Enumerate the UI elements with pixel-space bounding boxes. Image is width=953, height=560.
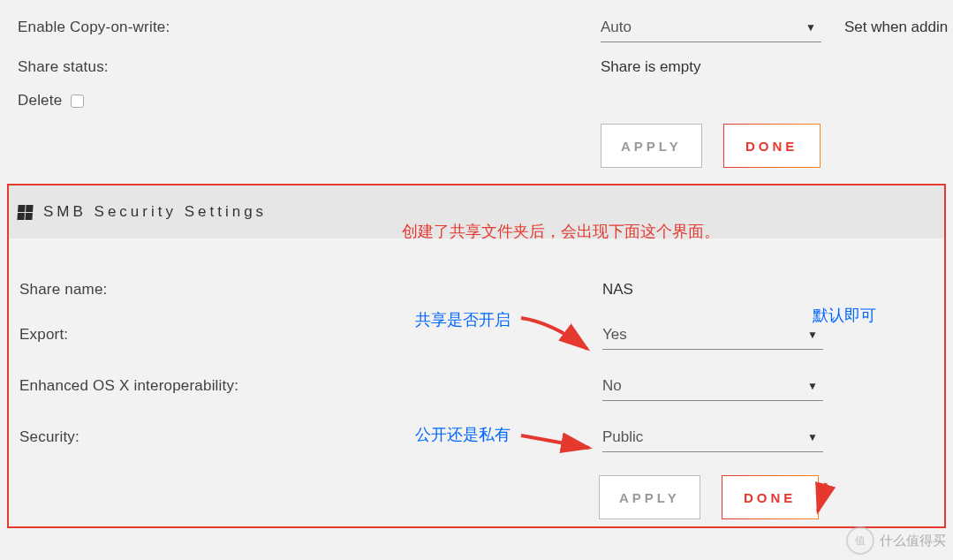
chevron-down-icon: ▼ [807, 380, 818, 392]
export-label: Export: [19, 326, 602, 344]
smb-security-panel: SMB Security Settings 创建了共享文件夹后，会出现下面这个界… [7, 184, 946, 528]
chevron-down-icon: ▼ [806, 21, 816, 34]
anno-default-note: 默认即可 [813, 305, 876, 326]
export-select[interactable]: Yes ▼ [602, 320, 823, 350]
chevron-down-icon: ▼ [807, 329, 818, 341]
watermark-icon: 值 [846, 526, 874, 555]
delete-checkbox[interactable] [71, 95, 84, 108]
anno-header-note: 创建了共享文件夹后，会出现下面这个界面。 [402, 221, 720, 242]
share-name-label: Share name: [19, 281, 602, 299]
security-label: Security: [19, 428, 602, 446]
cow-label: Enable Copy-on-write: [18, 19, 601, 36]
chevron-down-icon: ▼ [807, 431, 818, 443]
watermark: 值 什么值得买 [846, 526, 946, 555]
watermark-text: 什么值得买 [880, 533, 946, 549]
panel-title: SMB Security Settings [43, 203, 267, 221]
export-select-value: Yes [602, 326, 627, 344]
anno-export-note: 共享是否开启 [415, 309, 511, 330]
cow-hint: Set when addin [830, 19, 948, 36]
osx-label: Enhanced OS X interoperability: [19, 377, 602, 395]
security-select-value: Public [602, 428, 643, 446]
share-name-value: NAS [602, 281, 633, 299]
panel-done-button[interactable]: DONE [722, 475, 819, 519]
security-select[interactable]: Public ▼ [602, 422, 823, 452]
osx-select-value: No [602, 377, 622, 395]
status-label: Share status: [18, 58, 601, 76]
anno-security-note: 公开还是私有 [415, 424, 511, 445]
apply-button[interactable]: APPLY [601, 124, 702, 168]
status-value: Share is empty [601, 58, 700, 76]
osx-select[interactable]: No ▼ [602, 371, 823, 401]
cow-select-value: Auto [601, 19, 632, 36]
windows-icon [17, 205, 33, 220]
panel-apply-button[interactable]: APPLY [599, 475, 700, 519]
cow-select[interactable]: Auto ▼ [601, 12, 821, 42]
delete-label: Delete [18, 92, 62, 110]
done-button[interactable]: DONE [723, 124, 821, 168]
